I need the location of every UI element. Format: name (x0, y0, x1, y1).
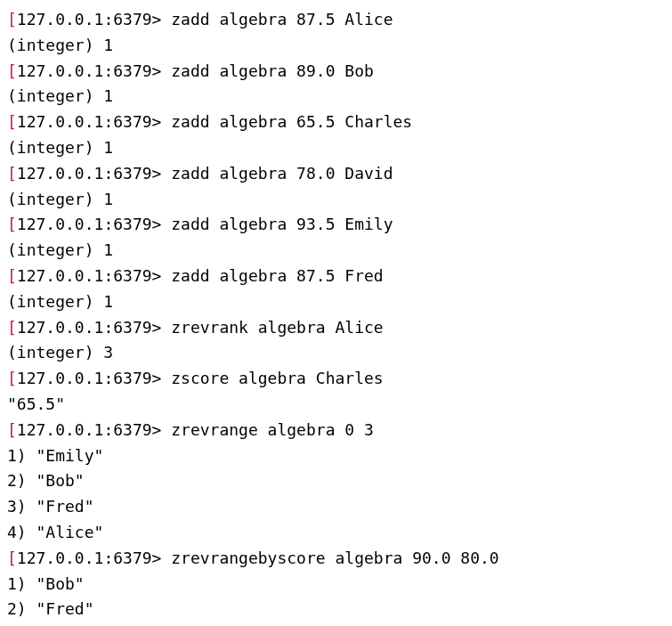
command-text: zadd algebra 65.5 Charles (161, 112, 412, 131)
prompt-host: 127.0.0.1:6379> (17, 112, 162, 131)
command-text: zadd algebra 87.5 Fred (161, 266, 383, 285)
output-text: (integer) 1 (7, 138, 113, 157)
command-text: zadd algebra 89.0 Bob (161, 61, 373, 80)
command-line[interactable]: [127.0.0.1:6379> zadd algebra 89.0 Bob (7, 59, 665, 85)
command-line[interactable]: [127.0.0.1:6379> zscore algebra Charles (7, 366, 665, 392)
command-text: zrevrangebyscore algebra 90.0 80.0 (161, 549, 498, 567)
output-line: (integer) 1 (7, 289, 665, 315)
command-line[interactable]: [127.0.0.1:6379> zadd algebra 87.5 Fred (7, 264, 665, 289)
prompt-bracket: [ (7, 369, 17, 387)
command-line[interactable]: [127.0.0.1:6379> zrevrangebyscore algebr… (7, 546, 665, 572)
prompt-host: 127.0.0.1:6379> (17, 369, 162, 387)
command-text: zadd algebra 87.5 Alice (161, 10, 393, 28)
prompt-host: 127.0.0.1:6379> (17, 318, 162, 337)
prompt-bracket: [ (7, 61, 17, 80)
output-line: 1) "Emily" (7, 443, 665, 469)
output-text: 4) "Alice" (7, 523, 103, 541)
command-line[interactable]: [127.0.0.1:6379> zadd algebra 87.5 Alice (7, 7, 665, 33)
prompt-host: 127.0.0.1:6379> (17, 61, 162, 80)
command-line[interactable]: [127.0.0.1:6379> zadd algebra 78.0 David (7, 161, 665, 187)
prompt-host: 127.0.0.1:6379> (17, 164, 162, 183)
output-line: (integer) 1 (7, 33, 665, 59)
prompt-host: 127.0.0.1:6379> (17, 420, 162, 439)
output-text: (integer) 1 (7, 240, 113, 259)
prompt-host: 127.0.0.1:6379> (17, 10, 162, 28)
output-line: (integer) 1 (7, 84, 665, 110)
output-line: (integer) 3 (7, 340, 665, 366)
prompt-bracket: [ (7, 10, 17, 28)
prompt-host: 127.0.0.1:6379> (17, 549, 162, 567)
prompt-bracket: [ (7, 112, 17, 131)
output-line: 3) "Alice" (7, 622, 665, 626)
command-text: zadd algebra 93.5 Emily (161, 215, 393, 233)
output-line: 2) "Bob" (7, 468, 665, 494)
prompt-bracket: [ (7, 549, 17, 567)
output-line: (integer) 1 (7, 187, 665, 213)
prompt-host: 127.0.0.1:6379> (17, 215, 162, 233)
prompt-bracket: [ (7, 215, 17, 233)
command-text: zscore algebra Charles (161, 369, 383, 387)
command-text: zrevrange algebra 0 3 (161, 420, 373, 439)
output-line: 1) "Bob" (7, 572, 665, 598)
prompt-bracket: [ (7, 164, 17, 183)
terminal-output: [127.0.0.1:6379> zadd algebra 87.5 Alice… (7, 7, 665, 626)
command-line[interactable]: [127.0.0.1:6379> zadd algebra 93.5 Emily (7, 212, 665, 238)
prompt-bracket: [ (7, 420, 17, 439)
output-text: (integer) 1 (7, 292, 113, 311)
prompt-bracket: [ (7, 318, 17, 337)
output-text: 1) "Bob" (7, 574, 85, 593)
command-line[interactable]: [127.0.0.1:6379> zadd algebra 65.5 Charl… (7, 110, 665, 135)
output-text: (integer) 1 (7, 36, 113, 54)
output-text: (integer) 3 (7, 343, 113, 362)
output-line: 3) "Fred" (7, 494, 665, 520)
output-text: 2) "Fred" (7, 599, 94, 618)
output-line: "65.5" (7, 392, 665, 418)
prompt-bracket: [ (7, 266, 17, 285)
output-line: (integer) 1 (7, 238, 665, 264)
output-text: (integer) 1 (7, 86, 113, 105)
output-text: (integer) 1 (7, 190, 113, 208)
prompt-host: 127.0.0.1:6379> (17, 266, 162, 285)
output-line: 4) "Alice" (7, 520, 665, 546)
output-line: 2) "Fred" (7, 597, 665, 622)
output-line: (integer) 1 (7, 135, 665, 161)
output-text: 2) "Bob" (7, 471, 85, 490)
output-text: "65.5" (7, 394, 65, 413)
command-line[interactable]: [127.0.0.1:6379> zrevrank algebra Alice (7, 315, 665, 341)
command-text: zadd algebra 78.0 David (161, 164, 393, 183)
output-text: 1) "Emily" (7, 446, 103, 465)
command-line[interactable]: [127.0.0.1:6379> zrevrange algebra 0 3 (7, 418, 665, 443)
command-text: zrevrank algebra Alice (161, 318, 383, 337)
output-text: 3) "Fred" (7, 497, 94, 516)
